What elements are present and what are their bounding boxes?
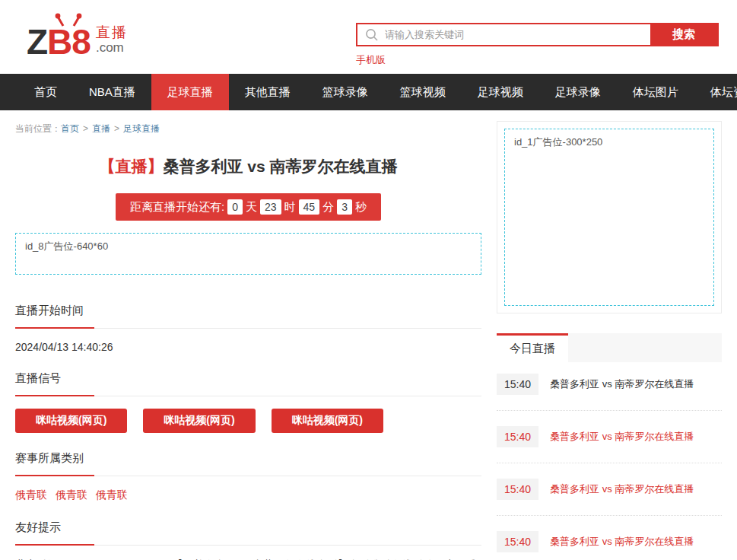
logo-wordmark: ZB8	[27, 15, 91, 59]
sidebar-ad-box: id_1广告位-300*250	[497, 121, 722, 313]
mobile-version-link[interactable]: 手机版	[356, 53, 386, 67]
nav-item-football-replay[interactable]: 足球录像	[539, 74, 617, 110]
countdown-seconds-value: 3	[337, 199, 352, 215]
nav-item-home[interactable]: 首页	[18, 74, 73, 110]
section-category: 赛事所属类别 俄青联 俄青联 俄青联	[15, 451, 481, 502]
section-title-notice: 友好提示	[15, 520, 481, 546]
breadcrumb-separator: >	[83, 123, 88, 134]
signal-button-3[interactable]: 咪咕视频(网页)	[272, 409, 383, 433]
category-link-3[interactable]: 俄青联	[96, 488, 128, 501]
page-title: 【直播】桑普多利亚 vs 南蒂罗尔在线直播	[15, 156, 481, 177]
signal-buttons-row: 咪咕视频(网页) 咪咕视频(网页) 咪咕视频(网页)	[15, 409, 481, 433]
match-title-link: 桑普多利亚 vs 南蒂罗尔在线直播	[550, 535, 694, 549]
category-links-row: 俄青联 俄青联 俄青联	[15, 488, 481, 502]
countdown-minutes-label: 分	[322, 200, 334, 215]
start-time-value: 2024/04/13 14:40:26	[15, 341, 481, 353]
sidebar: id_1广告位-300*250 今日直播 15:40 桑普多利亚 vs 南蒂罗尔…	[497, 121, 722, 560]
countdown-minutes-value: 45	[299, 199, 320, 215]
main-column: 当前位置：首页>直播>足球直播 【直播】桑普多利亚 vs 南蒂罗尔在线直播 距离…	[15, 121, 481, 560]
nav-item-football-video[interactable]: 足球视频	[462, 74, 539, 110]
nav-item-basketball-replay[interactable]: 篮球录像	[307, 74, 384, 110]
breadcrumb-link-live[interactable]: 直播	[92, 123, 110, 134]
today-live-module: 今日直播 15:40 桑普多利亚 vs 南蒂罗尔在线直播 15:40 桑普多利亚…	[497, 333, 722, 560]
title-match-name: 桑普多利亚 vs 南蒂罗尔在线直播	[163, 158, 397, 175]
logo-suffix: 直播 .com	[96, 15, 128, 59]
list-item[interactable]: 15:40 桑普多利亚 vs 南蒂罗尔在线直播	[497, 463, 722, 516]
match-time-badge: 15:40	[497, 531, 538, 552]
nav-item-football-live[interactable]: 足球直播	[151, 74, 229, 110]
breadcrumb-separator: >	[114, 123, 119, 134]
ad-placeholder-rectangle: id_1广告位-300*250	[504, 129, 714, 306]
signal-button-1[interactable]: 咪咕视频(网页)	[15, 409, 127, 433]
nav-item-sports-photos[interactable]: 体坛图片	[617, 74, 694, 110]
section-notice: 友好提示 北京时间 2024/04/13 14:40:26， 【桑普多利亚 vs…	[15, 520, 481, 560]
signal-button-2[interactable]: 咪咕视频(网页)	[143, 409, 255, 433]
countdown-wrap: 距离直播开始还有: 0天 23时 45分 3秒	[15, 193, 481, 221]
countdown-hours-value: 23	[260, 199, 281, 215]
tv-antenna-icon	[54, 13, 84, 27]
today-live-header: 今日直播	[497, 333, 722, 362]
list-item[interactable]: 15:40 桑普多利亚 vs 南蒂罗尔在线直播	[497, 362, 722, 411]
breadcrumb-prefix: 当前位置：	[15, 123, 61, 134]
countdown-seconds-label: 秒	[355, 200, 367, 215]
match-title-link: 桑普多利亚 vs 南蒂罗尔在线直播	[550, 482, 694, 496]
list-item[interactable]: 15:40 桑普多利亚 vs 南蒂罗尔在线直播	[497, 516, 722, 560]
match-time-badge: 15:40	[497, 374, 538, 395]
search-area: 搜索 手机版	[356, 23, 719, 67]
search-input[interactable]	[357, 24, 650, 45]
category-link-1[interactable]: 俄青联	[15, 488, 47, 501]
match-title-link: 桑普多利亚 vs 南蒂罗尔在线直播	[550, 377, 694, 391]
countdown-days-label: 天	[246, 200, 257, 215]
title-live-tag: 【直播】	[99, 158, 163, 175]
section-signals: 直播信号 咪咕视频(网页) 咪咕视频(网页) 咪咕视频(网页)	[15, 371, 481, 433]
content-area: 当前位置：首页>直播>足球直播 【直播】桑普多利亚 vs 南蒂罗尔在线直播 距离…	[0, 121, 737, 560]
tab-today-live[interactable]: 今日直播	[497, 333, 568, 362]
nav-item-other-live[interactable]: 其他直播	[229, 74, 307, 110]
match-title-link: 桑普多利亚 vs 南蒂罗尔在线直播	[550, 430, 694, 444]
ad-placeholder-banner: id_8广告位-640*60	[15, 233, 481, 275]
countdown-prefix: 距离直播开始还有:	[130, 200, 224, 215]
nav-item-basketball-video[interactable]: 篮球视频	[384, 74, 462, 110]
site-logo[interactable]: ZB8 直播 .com	[27, 15, 128, 59]
list-item[interactable]: 15:40 桑普多利亚 vs 南蒂罗尔在线直播	[497, 411, 722, 463]
match-time-badge: 15:40	[497, 479, 538, 500]
notice-paragraph: 北京时间 2024/04/13 14:40:26， 【桑普多利亚 vs 南蒂罗尔…	[15, 552, 481, 560]
breadcrumb: 当前位置：首页>直播>足球直播	[15, 123, 481, 135]
logo-com-text: .com	[96, 41, 128, 56]
logo-zhibo-text: 直播	[96, 25, 128, 41]
countdown-hours-label: 时	[284, 200, 296, 215]
section-title-category: 赛事所属类别	[15, 451, 481, 476]
search-box: 搜索	[356, 23, 719, 46]
countdown-bar: 距离直播开始还有: 0天 23时 45分 3秒	[116, 193, 381, 221]
breadcrumb-link-football-live[interactable]: 足球直播	[123, 123, 160, 134]
section-start-time: 直播开始时间 2024/04/13 14:40:26	[15, 304, 481, 353]
logo-letters-b8: B8	[47, 22, 91, 62]
category-link-2[interactable]: 俄青联	[56, 488, 87, 501]
nav-item-sports-news[interactable]: 体坛资讯	[694, 74, 737, 110]
breadcrumb-link-home[interactable]: 首页	[61, 123, 79, 134]
search-button[interactable]: 搜索	[650, 24, 717, 45]
logo-letter-z: Z	[27, 22, 47, 62]
site-header: ZB8 直播 .com 搜索 手机版	[0, 0, 737, 74]
today-live-list: 15:40 桑普多利亚 vs 南蒂罗尔在线直播 15:40 桑普多利亚 vs 南…	[497, 362, 722, 560]
search-icon	[365, 28, 379, 42]
section-title-signals: 直播信号	[15, 371, 481, 396]
countdown-days-value: 0	[227, 199, 243, 215]
match-time-badge: 15:40	[497, 426, 538, 447]
main-nav: 首页 NBA直播 足球直播 其他直播 篮球录像 篮球视频 足球视频 足球录像 体…	[0, 74, 737, 110]
section-title-start-time: 直播开始时间	[15, 304, 481, 329]
nav-item-nba-live[interactable]: NBA直播	[73, 74, 151, 110]
